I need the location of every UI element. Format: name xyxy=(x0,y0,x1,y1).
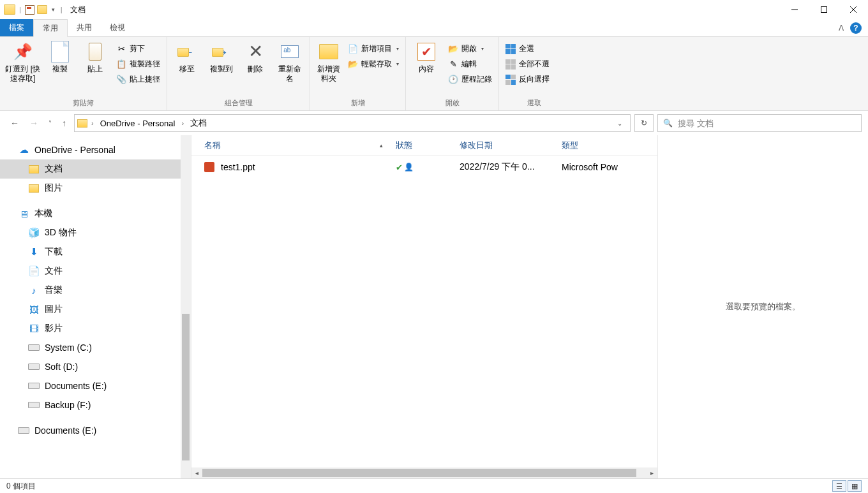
new-folder-button[interactable]: 新增資料夾 xyxy=(314,40,343,85)
qat-open-icon[interactable] xyxy=(37,5,47,14)
copy-path-button[interactable]: 📋複製路徑 xyxy=(114,57,163,71)
forward-button[interactable]: → xyxy=(29,118,38,128)
history-button[interactable]: 🕑歷程記錄 xyxy=(445,73,495,86)
col-state-header[interactable]: 狀態 xyxy=(396,140,460,151)
sort-asc-icon: ▴ xyxy=(380,142,383,149)
col-type-header[interactable]: 類型 xyxy=(562,140,651,151)
copy-path-icon: 📋 xyxy=(116,59,126,70)
crumb-folder[interactable]: 文档 xyxy=(188,117,209,129)
app-folder-icon xyxy=(4,4,15,15)
select-none-button[interactable]: 全部不選 xyxy=(503,57,552,71)
tree-pictures2[interactable]: 🖼圖片 xyxy=(0,300,191,319)
file-modified: 2022/7/29 下午 0... xyxy=(460,161,562,173)
tree-3d-objects[interactable]: 🧊3D 物件 xyxy=(0,223,191,242)
navpane-scrollbar[interactable] xyxy=(181,135,191,478)
new-item-button[interactable]: 📄新增項目▾ xyxy=(345,42,401,55)
pc-icon: 🖥 xyxy=(18,208,29,219)
drive-icon xyxy=(28,361,40,372)
cut-button[interactable]: ✂剪下 xyxy=(114,42,163,55)
paste-shortcut-icon: 📎 xyxy=(116,75,126,85)
details-view-button[interactable]: ☰ xyxy=(832,480,846,492)
invert-selection-icon xyxy=(505,75,516,85)
copy-button[interactable]: 複製 xyxy=(44,40,76,76)
column-headers: 名稱▴ 狀態 修改日期 類型 xyxy=(191,135,657,156)
drive-icon xyxy=(28,399,40,411)
back-button[interactable]: ← xyxy=(10,118,19,128)
col-modified-header[interactable]: 修改日期 xyxy=(460,140,562,151)
search-input[interactable] xyxy=(678,119,856,128)
tree-videos[interactable]: 🎞影片 xyxy=(0,319,191,338)
tree-downloads[interactable]: ⬇下載 xyxy=(0,242,191,261)
maximize-button[interactable] xyxy=(809,0,839,19)
folder-icon xyxy=(28,182,40,194)
cloud-icon: ☁ xyxy=(18,144,29,156)
ppt-icon xyxy=(204,162,214,172)
refresh-button[interactable]: ↻ xyxy=(634,114,654,132)
qat-dropdown-icon[interactable]: ▾ xyxy=(50,6,57,13)
copy-to-icon: → xyxy=(213,41,230,63)
qat-properties-icon[interactable] xyxy=(25,5,34,15)
copy-to-button[interactable]: → 複製到 xyxy=(206,40,237,76)
tab-share[interactable]: 共用 xyxy=(68,19,101,36)
paste-shortcut-button[interactable]: 📎貼上捷徑 xyxy=(114,73,163,86)
ribbon: 📌 釘選到 [快速存取] 複製 貼上 ✂剪下 📋複製路徑 📎貼上捷徑 剪貼簿 ← xyxy=(0,37,868,111)
download-icon: ⬇ xyxy=(28,246,40,258)
status-bar: 0 個項目 ☰ ▦ xyxy=(0,478,868,493)
new-group-label: 新增 xyxy=(310,97,405,110)
qat-separator: | xyxy=(18,6,22,13)
item-count: 0 個項目 xyxy=(6,481,36,492)
move-to-icon: ← xyxy=(179,41,195,63)
icons-view-button[interactable]: ▦ xyxy=(848,480,862,492)
open-group-label: 開啟 xyxy=(406,97,498,110)
select-all-button[interactable]: 全選 xyxy=(503,42,552,55)
pictures-icon: 🖼 xyxy=(28,304,40,315)
tree-backup-f[interactable]: Backup (F:) xyxy=(0,395,191,415)
properties-label: 內容 xyxy=(419,64,434,74)
rename-label: 重新命名 xyxy=(275,64,304,84)
recent-locations-button[interactable]: ˅ xyxy=(49,120,52,127)
file-row[interactable]: test1.ppt ✔👤 2022/7/29 下午 0... Microsoft… xyxy=(191,156,657,179)
paste-button[interactable]: 貼上 xyxy=(79,40,111,76)
invert-selection-button[interactable]: 反向選擇 xyxy=(503,73,552,86)
help-icon[interactable]: ? xyxy=(850,22,862,34)
tree-docs-e2[interactable]: Documents (E:) xyxy=(0,421,191,440)
tree-this-pc[interactable]: 🖥本機 xyxy=(0,204,191,223)
tab-home[interactable]: 常用 xyxy=(33,19,68,37)
history-icon: 🕑 xyxy=(448,75,458,85)
tree-soft-d[interactable]: Soft (D:) xyxy=(0,357,191,376)
tree-music[interactable]: ♪音樂 xyxy=(0,281,191,300)
address-dropdown-icon[interactable]: ⌄ xyxy=(612,120,627,127)
collapse-ribbon-icon[interactable]: ᐱ xyxy=(839,24,844,33)
crumb-onedrive[interactable]: OneDrive - Personal xyxy=(98,119,178,128)
tree-onedrive[interactable]: ☁OneDrive - Personal xyxy=(0,140,191,159)
tree-pictures[interactable]: 图片 xyxy=(0,179,191,198)
properties-button[interactable]: ✔ 內容 xyxy=(410,40,443,76)
properties-icon: ✔ xyxy=(417,43,435,61)
close-button[interactable] xyxy=(839,0,868,19)
pin-to-quick-access-button[interactable]: 📌 釘選到 [快速存取] xyxy=(4,40,41,85)
tree-docs-e[interactable]: Documents (E:) xyxy=(0,376,191,395)
sync-ok-icon: ✔👤 xyxy=(396,163,460,172)
address-bar[interactable]: › OneDrive - Personal › 文档 ⌄ xyxy=(74,114,631,132)
crumb-sep-0[interactable]: › xyxy=(91,119,94,127)
cut-icon: ✂ xyxy=(116,44,126,54)
search-box[interactable]: 🔍 xyxy=(657,114,862,132)
easy-access-button[interactable]: 📂輕鬆存取▾ xyxy=(345,57,401,71)
edit-button[interactable]: ✎編輯 xyxy=(445,57,495,71)
horizontal-scrollbar[interactable]: ◂ ▸ xyxy=(191,467,657,478)
scroll-left-button[interactable]: ◂ xyxy=(191,467,202,478)
delete-button[interactable]: ✕ 刪除 xyxy=(240,40,272,76)
up-button[interactable]: ↑ xyxy=(62,118,66,128)
minimize-button[interactable] xyxy=(780,0,809,19)
tree-system-c[interactable]: System (C:) xyxy=(0,338,191,357)
tree-documents[interactable]: 文档 xyxy=(0,159,191,179)
rename-button[interactable]: 重新命名 xyxy=(274,40,306,85)
open-button[interactable]: 📂開啟▾ xyxy=(445,42,495,55)
scroll-right-button[interactable]: ▸ xyxy=(647,467,657,478)
tab-file[interactable]: 檔案 xyxy=(0,19,33,36)
tree-documents2[interactable]: 📄文件 xyxy=(0,261,191,281)
move-to-button[interactable]: ← 移至 xyxy=(171,40,203,76)
crumb-sep-1[interactable]: › xyxy=(181,119,184,127)
tab-view[interactable]: 檢視 xyxy=(101,19,134,36)
col-name-header[interactable]: 名稱▴ xyxy=(204,140,396,151)
